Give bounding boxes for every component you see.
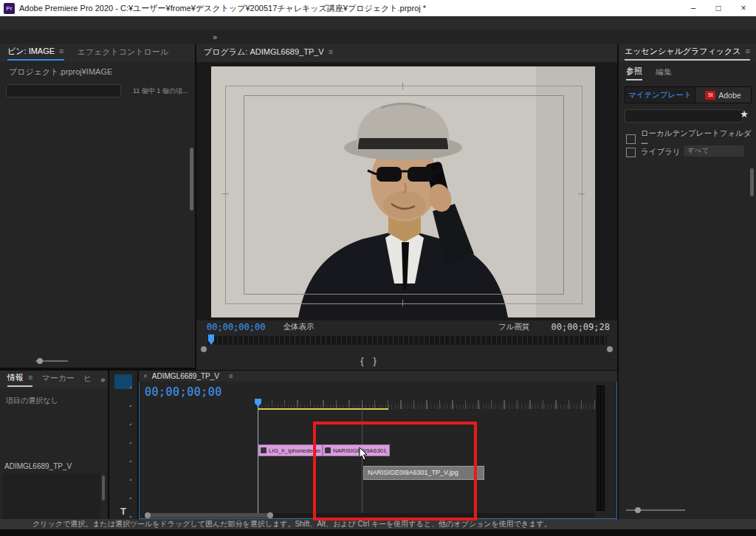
bin-scrollbar[interactable] (190, 148, 193, 210)
tab-bin-image[interactable]: ビン: IMAGE≡ (7, 46, 64, 61)
close-button[interactable]: × (731, 0, 756, 16)
eg-bottom-bar (619, 504, 756, 516)
panel-menu-icon[interactable]: ≡ (59, 47, 63, 55)
premiere-app-icon: Pr (4, 3, 15, 14)
sequence-duration: 00;00;09;28 (551, 322, 610, 332)
timeline-timecode[interactable]: 00;00;00;00 (145, 385, 222, 399)
panel-overflow-icon[interactable]: » (100, 375, 105, 384)
workspace-overflow-icon[interactable]: » (213, 32, 217, 41)
tab-browse[interactable]: 参照 (626, 66, 642, 80)
breadcrumb-label: プロジェクト.prproj¥IMAGE (9, 66, 112, 78)
template-source-switch: マイテンプレート StAdobe (625, 86, 752, 103)
transform-handle[interactable] (402, 83, 403, 89)
selection-tool[interactable] (114, 374, 132, 389)
tab-history[interactable]: ヒ (83, 373, 92, 386)
thumbnail-size-slider[interactable] (626, 509, 685, 511)
status-bar: クリックで選択。または選択ツールをドラッグして囲んだ部分を選択します。Shift… (0, 519, 756, 529)
timeline-tab-bar: × ADIMGL6689_TP_V ≡ (139, 371, 617, 382)
title-bar: Pr Adobe Premiere Pro 2020 - C:¥ユーザー¥fro… (0, 0, 756, 16)
work-area-bar (258, 408, 388, 410)
bin-item-count: 11 個中 1 個の項... (133, 86, 192, 96)
zoom-level-select[interactable]: 全体表示 (283, 322, 317, 332)
zoom-handle-left[interactable] (145, 512, 151, 518)
workspace-bar: » (0, 30, 756, 44)
menu-bar (0, 16, 756, 30)
bin-toolbar (0, 354, 195, 368)
libraries-checkbox-row[interactable]: ライブラリ (626, 147, 681, 157)
info-clip-name: ADIMGL6689_TP_V (4, 462, 72, 470)
program-timecode[interactable]: 00;00;00;00 (207, 322, 265, 332)
sequence-tab[interactable]: ADIMGL6689_TP_V (152, 372, 219, 380)
tools-panel: T (109, 371, 137, 519)
program-monitor-panel: プログラム: ADIMGL6689_TP_V≡ (196, 44, 617, 370)
adobe-stock-icon: St (705, 91, 715, 100)
panel-menu-icon[interactable]: ≡ (329, 47, 333, 56)
mouse-cursor (359, 447, 369, 463)
hand-tool[interactable] (114, 485, 132, 500)
tab-edit[interactable]: 編集 (656, 66, 672, 80)
audio-meter (596, 382, 616, 515)
template-search-box[interactable] (625, 109, 743, 123)
track-select-tool[interactable] (114, 393, 132, 408)
mark-in-button[interactable]: { (360, 355, 363, 366)
tab-markers[interactable]: マーカー (41, 373, 75, 386)
playback-quality-select[interactable]: フル画質 (498, 322, 534, 332)
program-controls: 00;00;00;00 全体表示 フル画質 00;00;09;28 (196, 320, 617, 334)
transform-handle[interactable] (402, 300, 403, 306)
transform-handle[interactable] (222, 193, 229, 194)
annotation-red-rectangle (313, 422, 477, 520)
zoom-handle-right[interactable] (267, 512, 273, 518)
transport-controls: { } (196, 351, 617, 369)
panel-menu-icon[interactable]: ≡ (229, 372, 233, 380)
slip-tool[interactable] (114, 448, 132, 463)
type-tool[interactable]: T (114, 504, 132, 518)
close-sequence-icon[interactable]: × (143, 372, 148, 380)
thumbnail-zoom-slider[interactable] (35, 360, 68, 362)
transform-inner-rect[interactable] (244, 95, 564, 295)
transform-handle[interactable] (578, 193, 585, 194)
program-video-frame[interactable] (211, 66, 595, 317)
adobe-stock-button[interactable]: StAdobe (695, 87, 751, 103)
ripple-edit-tool[interactable] (114, 411, 132, 426)
favorites-star-icon[interactable]: ★ (740, 109, 749, 120)
program-scrub-bar[interactable] (207, 336, 607, 345)
breadcrumb[interactable]: プロジェクト.prproj¥IMAGE (4, 66, 112, 78)
checkbox (626, 148, 636, 157)
bin-search-input[interactable] (13, 87, 117, 95)
info-scrollbar[interactable] (102, 475, 105, 501)
checkbox (626, 134, 636, 144)
minimize-button[interactable]: – (681, 0, 706, 16)
tab-program-monitor[interactable]: プログラム: ADIMGL6689_TP_V≡ (204, 47, 333, 60)
essential-graphics-panel: エッセンシャルグラフィックス≡ エッセ » 参照 編集 マイテンプレート StA… (619, 44, 756, 519)
mark-out-button[interactable]: } (374, 355, 377, 366)
razor-tool[interactable] (114, 430, 132, 444)
pen-tool[interactable] (114, 467, 132, 481)
maximize-button[interactable]: □ (706, 0, 731, 16)
library-select[interactable]: すべて (684, 145, 744, 157)
program-video-area (196, 62, 617, 320)
tab-essential-graphics[interactable]: エッセンシャルグラフィックス≡ (625, 46, 750, 61)
template-search-input[interactable] (631, 112, 739, 120)
info-details (3, 473, 100, 519)
no-selection-label: 項目の選択なし (6, 396, 58, 406)
template-scrollbar[interactable] (750, 168, 754, 196)
info-panel: 情報≡ マーカー ヒ » 項目の選択なし ADIMGL6689_TP_V (0, 371, 108, 519)
status-text: クリックで選択。または選択ツールをドラッグして囲んだ部分を選択します。Shift… (32, 519, 551, 529)
premiere-pro-window: Pr Adobe Premiere Pro 2020 - C:¥ユーザー¥fro… (0, 0, 756, 536)
tab-effect-controls[interactable]: エフェクトコントロール (78, 47, 169, 60)
project-bin-panel: ビン: IMAGE≡ エフェクトコントロール プロジェクト.prproj¥IMA… (0, 44, 195, 368)
playhead-line[interactable] (258, 400, 258, 513)
tab-info[interactable]: 情報≡ (7, 372, 32, 387)
window-title: Adobe Premiere Pro 2020 - C:¥ユーザー¥frome¥… (19, 3, 426, 14)
fx-badge-icon (261, 447, 267, 453)
bin-search-box[interactable] (6, 84, 121, 97)
my-templates-button[interactable]: マイテンプレート (625, 87, 695, 103)
